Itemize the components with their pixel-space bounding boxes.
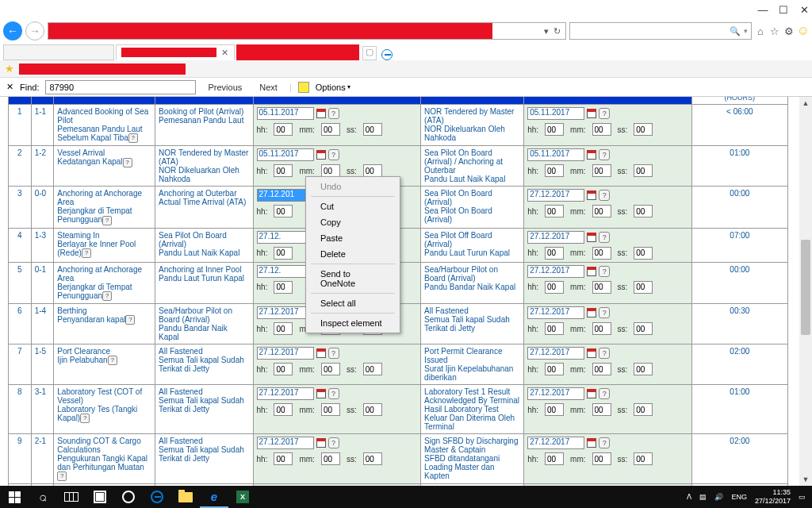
date-input[interactable]: 05.11.2017 (257, 148, 314, 161)
mm-input[interactable] (592, 403, 611, 416)
ss-input[interactable] (634, 403, 653, 416)
settings-gear-icon[interactable]: ⚙ (783, 25, 795, 37)
help-icon[interactable]: ? (108, 356, 117, 365)
ctx-send-onenote[interactable]: Send to OneNote (308, 266, 398, 291)
hh-input[interactable] (274, 403, 293, 416)
edge-hint-icon[interactable] (381, 49, 393, 60)
explorer-icon[interactable] (171, 486, 200, 508)
hh-input[interactable] (545, 403, 564, 416)
hh-input[interactable] (274, 452, 293, 465)
hh-input[interactable] (545, 247, 564, 260)
task-view-icon[interactable] (57, 486, 86, 508)
date-help-icon[interactable]: ? (599, 348, 610, 359)
date-help-icon[interactable]: ? (599, 108, 610, 119)
scroll-thumb[interactable] (801, 240, 810, 335)
date-input[interactable]: 27.12.2017 (527, 306, 584, 319)
ctx-delete[interactable]: Delete (308, 246, 398, 262)
help-icon[interactable]: ? (102, 291, 112, 301)
ctx-copy[interactable]: Copy (308, 214, 398, 230)
calendar-icon[interactable] (316, 108, 327, 119)
calendar-icon[interactable] (586, 149, 597, 160)
calendar-icon[interactable] (586, 266, 597, 277)
date-input[interactable]: 27.12.2017 (527, 265, 584, 278)
date-help-icon[interactable]: ? (328, 108, 339, 119)
tray-sound-icon[interactable]: 🔊 (714, 493, 723, 501)
calendar-icon[interactable] (586, 232, 597, 243)
back-button[interactable]: ← (3, 21, 22, 40)
tab-close-icon[interactable]: ✕ (221, 48, 228, 58)
help-icon[interactable]: ? (80, 414, 90, 423)
date-help-icon[interactable]: ? (328, 149, 339, 160)
date-help-icon[interactable]: ? (599, 149, 610, 160)
mm-input[interactable] (321, 452, 340, 465)
hh-input[interactable] (545, 452, 564, 465)
help-icon[interactable]: ? (57, 471, 67, 481)
date-help-icon[interactable]: ? (328, 388, 339, 399)
date-help-icon[interactable]: ? (599, 307, 610, 318)
ss-input[interactable] (634, 322, 653, 335)
help-icon[interactable]: ? (102, 216, 112, 225)
ss-input[interactable] (363, 452, 382, 465)
find-prev-button[interactable]: Previous (202, 80, 247, 94)
tab-3[interactable] (236, 44, 359, 60)
hh-input[interactable] (545, 322, 564, 335)
date-help-icon[interactable]: ? (599, 266, 610, 277)
cortana-icon[interactable] (114, 486, 143, 508)
mm-input[interactable] (592, 123, 611, 136)
help-icon[interactable]: ? (82, 248, 91, 258)
ss-input[interactable] (363, 403, 382, 416)
calendar-icon[interactable] (586, 190, 597, 201)
hh-input[interactable] (274, 123, 293, 136)
date-input[interactable]: 27.12.2017 (257, 387, 314, 400)
hh-input[interactable] (274, 205, 293, 217)
address-bar[interactable]: ▾ ↻ (48, 22, 566, 40)
ss-input[interactable] (634, 247, 653, 260)
tray-overflow-icon[interactable]: ᐱ (687, 493, 691, 501)
ss-input[interactable] (634, 164, 653, 177)
tray-notifications-icon[interactable]: ▭ (799, 493, 806, 501)
date-help-icon[interactable]: ? (599, 190, 610, 201)
date-input[interactable]: 27.12.2017 (257, 347, 314, 360)
calendar-icon[interactable] (316, 437, 327, 448)
ctx-undo[interactable]: Undo (308, 179, 398, 194)
mm-input[interactable] (592, 281, 611, 294)
find-next-button[interactable]: Next (254, 80, 283, 94)
calendar-icon[interactable] (316, 149, 327, 160)
taskbar-search-icon[interactable] (29, 486, 57, 508)
scroll-down-icon[interactable]: ▼ (799, 473, 812, 486)
date-help-icon[interactable]: ? (328, 437, 339, 448)
favorite-star-icon[interactable]: ★ (5, 63, 14, 75)
hh-input[interactable] (274, 164, 293, 177)
help-icon[interactable]: ? (128, 133, 138, 143)
date-input[interactable]: 05.11.2017 (257, 107, 314, 120)
hh-input[interactable] (545, 123, 564, 136)
ss-input[interactable] (634, 363, 653, 375)
ctx-inspect[interactable]: Inspect element (308, 315, 398, 331)
date-input[interactable]: 27.12.2017 (527, 347, 584, 360)
hh-input[interactable] (545, 363, 564, 375)
ss-input[interactable] (634, 452, 653, 465)
calendar-icon[interactable] (586, 348, 597, 359)
hh-input[interactable] (545, 281, 564, 294)
search-dropdown-icon[interactable]: ▾ (744, 27, 748, 35)
mm-input[interactable] (321, 164, 340, 177)
forward-button[interactable]: → (25, 21, 44, 40)
calendar-icon[interactable] (316, 348, 327, 359)
tray-network-icon[interactable]: ▤ (699, 493, 707, 501)
ie-taskbar-icon[interactable]: e (200, 486, 228, 508)
date-help-icon[interactable]: ? (328, 348, 339, 359)
close-button[interactable]: ✕ (799, 5, 809, 14)
mm-input[interactable] (592, 452, 611, 465)
date-input[interactable]: 27.12.2017 (257, 437, 314, 449)
tab-2-active[interactable]: ✕ (116, 44, 235, 60)
date-input[interactable]: 27.12.2017 (527, 189, 584, 202)
ss-input[interactable] (634, 123, 653, 136)
mm-input[interactable] (321, 123, 340, 136)
calendar-icon[interactable] (586, 388, 597, 399)
date-input[interactable]: 27.12.2017 (527, 387, 584, 400)
new-tab-icon[interactable]: ▢ (362, 46, 377, 60)
mm-input[interactable] (321, 403, 340, 416)
refresh-icon[interactable]: ↻ (553, 26, 561, 37)
mm-input[interactable] (592, 322, 611, 335)
calendar-icon[interactable] (586, 437, 597, 448)
